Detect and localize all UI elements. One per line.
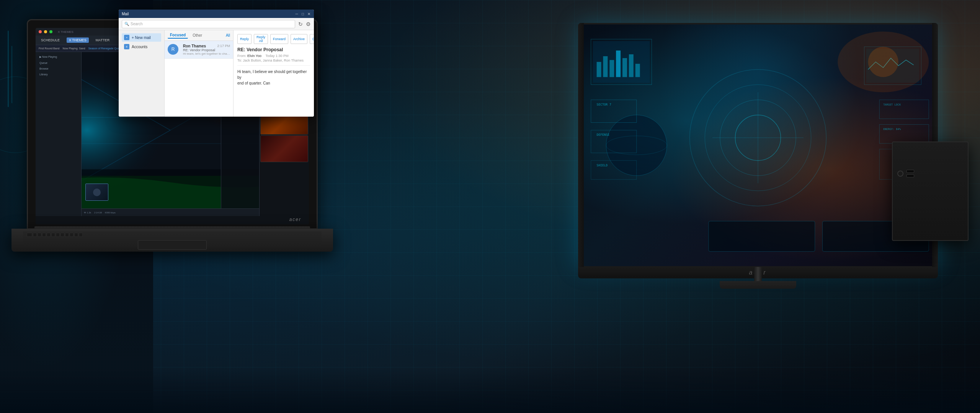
- maximize-dot[interactable]: [49, 30, 52, 33]
- laptop-trackpad[interactable]: [138, 240, 207, 250]
- mail-filter-all[interactable]: All: [226, 33, 230, 37]
- mail-sidebar-new[interactable]: + + New mail: [122, 33, 161, 42]
- floor-surface: [0, 367, 980, 413]
- key-f4[interactable]: [47, 233, 51, 237]
- svg-rect-5: [616, 50, 621, 77]
- mail-preview-from: From: Elvin Yoo Today 1:30 PM: [237, 54, 310, 58]
- mail-maximize-btn[interactable]: □: [301, 12, 305, 16]
- key-f11[interactable]: [79, 233, 83, 237]
- key-f10[interactable]: [74, 233, 78, 237]
- mail-subject: RE: Vendor Proposal: [183, 48, 230, 52]
- mail-search-box[interactable]: 🔍 Search: [122, 20, 295, 28]
- mail-item-info: Ron Thames 2:17 PM RE: Vendor Proposal H…: [183, 44, 230, 55]
- pc-port-1[interactable]: [906, 170, 914, 173]
- mail-sender-name: Ron Thames: [183, 44, 206, 48]
- tab-schedule[interactable]: SCHEDULE: [39, 37, 62, 43]
- mail-tab-other[interactable]: Other: [190, 33, 204, 38]
- monitor-screen-content: SECTOR 7 DEFENSE SHIELD TARGET LOCK ENER…: [580, 24, 936, 266]
- stat-time: 2:14:38: [94, 211, 102, 214]
- svg-text:DEFENSE: DEFENSE: [597, 133, 610, 137]
- stat-bitrate: 6000 kbps: [105, 211, 116, 214]
- svg-rect-2: [597, 62, 601, 77]
- mail-close-btn[interactable]: ✕: [307, 12, 311, 16]
- svg-rect-7: [629, 54, 634, 77]
- sidebar-item-3[interactable]: Browse: [38, 66, 79, 71]
- app-name-label: X THEMES: [58, 30, 74, 34]
- key-f6[interactable]: [56, 233, 60, 237]
- mail-preview-subject-text: RE: Vendor Proposal: [237, 47, 310, 52]
- key-f1[interactable]: [33, 233, 37, 237]
- mail-toolbar: 🔍 Search ↻ ⚙: [119, 18, 314, 30]
- thumb-4[interactable]: [260, 135, 308, 162]
- key-f8[interactable]: [65, 233, 69, 237]
- mail-item-1[interactable]: R Ron Thames 2:17 PM RE: Vendor Proposal…: [165, 41, 233, 59]
- webcam-overlay: [85, 184, 108, 201]
- laptop-screen-brand: acer: [289, 217, 301, 222]
- svg-text:SHIELD: SHIELD: [597, 164, 608, 167]
- delete-button[interactable]: Delete: [310, 34, 314, 44]
- mail-app-window: Mail ─ □ ✕ 🔍 Search ↻ ⚙ + + New mail ≡ A…: [119, 10, 314, 117]
- keyboard-rows: [27, 233, 318, 237]
- minimize-dot[interactable]: [44, 30, 47, 33]
- mail-minimize-btn[interactable]: ─: [295, 12, 299, 16]
- sidebar-item-4[interactable]: Library: [38, 72, 79, 77]
- subtab-1[interactable]: First Round Band: [39, 47, 59, 50]
- svg-text:SECTOR 7: SECTOR 7: [597, 103, 611, 106]
- svg-rect-8: [635, 64, 640, 77]
- svg-rect-3: [603, 56, 608, 77]
- mail-preview-toolbar: Reply Reply All Forward Archive Delete: [237, 34, 310, 44]
- pc-front-panel: [893, 142, 968, 182]
- mail-tab-focused[interactable]: Focused: [168, 32, 188, 39]
- streaming-sidebar: ▶ Now Playing Queue Browse Library: [36, 52, 82, 216]
- tab-themes[interactable]: X THEMES: [67, 37, 89, 43]
- key-f5[interactable]: [51, 233, 55, 237]
- key-f7[interactable]: [60, 233, 64, 237]
- key-f2[interactable]: [38, 233, 41, 237]
- svg-rect-4: [609, 60, 614, 77]
- tab-matter[interactable]: MATTER: [93, 37, 112, 43]
- mail-sidebar-accounts[interactable]: ≡ Accounts: [122, 42, 161, 51]
- monitor-screen: SECTOR 7 DEFENSE SHIELD TARGET LOCK ENER…: [578, 23, 938, 268]
- sidebar-item-1[interactable]: ▶ Now Playing: [38, 54, 79, 60]
- monitor-hud-overlay: SECTOR 7 DEFENSE SHIELD TARGET LOCK ENER…: [580, 24, 936, 266]
- search-icon: 🔍: [124, 22, 129, 26]
- svg-rect-6: [622, 58, 627, 77]
- pc-port-2[interactable]: [906, 174, 914, 177]
- new-mail-label: + New mail: [132, 36, 151, 40]
- mail-refresh-icon[interactable]: ↻: [298, 21, 303, 27]
- pc-tower: [892, 141, 969, 241]
- mail-settings-icon[interactable]: ⚙: [306, 21, 311, 27]
- close-dot[interactable]: [39, 30, 42, 33]
- mail-body-line-2: end of quarter. Can: [237, 80, 310, 86]
- keyboard-row-1: [27, 233, 318, 237]
- preview-time: Today 1:30 PM: [266, 54, 289, 58]
- mail-app-title: Mail: [122, 12, 129, 16]
- pc-power-button[interactable]: [897, 171, 903, 177]
- key-f3[interactable]: [42, 233, 46, 237]
- mail-window-controls: ─ □ ✕: [295, 12, 311, 16]
- mail-titlebar: Mail ─ □ ✕: [119, 10, 314, 18]
- new-mail-icon: +: [124, 35, 129, 40]
- reply-all-button[interactable]: Reply All: [254, 34, 268, 44]
- key-f9[interactable]: [70, 233, 74, 237]
- sidebar-item-2[interactable]: Queue: [38, 60, 79, 65]
- svg-text:TARGET LOCK: TARGET LOCK: [883, 103, 901, 106]
- mail-sidebar: + + New mail ≡ Accounts: [119, 30, 165, 117]
- subtab-3[interactable]: Season of Renegade Queue: [88, 47, 122, 50]
- subtab-2[interactable]: Now Playing: Sand: [62, 47, 85, 50]
- forward-button[interactable]: Forward: [270, 34, 288, 44]
- webcam-face: [93, 189, 101, 196]
- svg-point-20: [868, 47, 898, 77]
- preview-sender-name: Elvin Yoo: [247, 54, 261, 58]
- monitor-stand-base: [720, 281, 796, 289]
- mail-sender-avatar: R: [168, 44, 178, 55]
- key-esc[interactable]: [27, 233, 32, 237]
- mail-preview-pane: Reply Reply All Forward Archive Delete R…: [234, 30, 314, 117]
- archive-button[interactable]: Archive: [291, 34, 307, 44]
- reply-button[interactable]: Reply: [237, 34, 252, 44]
- mail-list-header: Focused Other All: [165, 30, 233, 41]
- search-placeholder: Search: [131, 22, 143, 26]
- svg-text:ENERGY: 84%: ENERGY: 84%: [883, 128, 901, 131]
- svg-rect-1: [593, 41, 650, 83]
- accounts-icon: ≡: [124, 44, 129, 49]
